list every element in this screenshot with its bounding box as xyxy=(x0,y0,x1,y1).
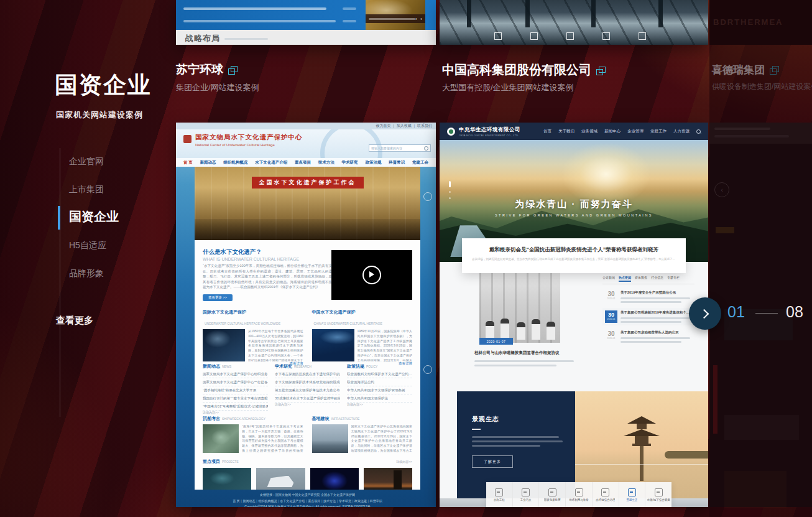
person-figure xyxy=(547,322,555,340)
decor-text-line xyxy=(472,436,559,438)
carousel-dot-active[interactable] xyxy=(449,181,451,187)
list-item[interactable]: 国家文物局水下文化遗产保护中心组织业务培训工作 xyxy=(203,370,268,378)
china-title: 中国水下文化遗产保护 xyxy=(312,310,356,314)
tab-hot-news[interactable]: 热点要闻 xyxy=(619,276,631,282)
eco-nav-party[interactable]: 党群工作 xyxy=(650,129,667,134)
heritage-nav-projects[interactable]: 重点项目 xyxy=(295,160,311,165)
service-item[interactable]: 工业污水 xyxy=(513,482,540,507)
eco-nav-management[interactable]: 企业管理 xyxy=(627,129,644,134)
eco-news-list: 302020-01 关于2019年度安全生产示范岗位公示 302020-01 关… xyxy=(602,286,694,345)
heritage-nav-policy[interactable]: 政策法规 xyxy=(365,160,381,165)
heritage-nav-party[interactable]: 党建工会 xyxy=(412,160,428,165)
scroll-indicator[interactable] xyxy=(423,192,432,201)
eco-news-photo[interactable] xyxy=(479,273,560,343)
policy-more-link[interactable]: 详细内容>> xyxy=(347,403,412,406)
eco-headline-card[interactable]: 戴和根亲切会见“全国抗击新冠肺炎疫情先进个人”荣誉称号获得者刘晓芳 会议现场，刘… xyxy=(462,238,686,273)
service-item[interactable]: 水环境综合治理 xyxy=(593,482,619,507)
service-item-active[interactable]: 景观生态 xyxy=(619,482,646,507)
news-item-highlighted[interactable]: 302020-01 关于集团公司拟表彰2019年度先进集体和个… xyxy=(602,308,694,325)
scroll-indicator[interactable] xyxy=(423,365,432,374)
learn-more-button[interactable]: 了解更多 xyxy=(472,455,513,468)
list-item[interactable]: “携手相约海丝”特展在北京大学开展 xyxy=(203,386,268,394)
eco-nav-business[interactable]: 业务领域 xyxy=(581,129,597,134)
thumb-eco-site[interactable]: 中兆华生态环境有限公司 OKIA ECOLOGICAL ENVIRONMENT … xyxy=(440,123,708,507)
carousel-dot[interactable] xyxy=(449,191,451,193)
heritage-topbar-links[interactable]: 设为首页 ｜ 加入收藏 ｜ 联系我们 xyxy=(376,123,432,129)
suning-carousel-image[interactable]: ‹ › xyxy=(366,0,425,30)
intro-more-button[interactable]: 查看更多 >> xyxy=(203,294,233,301)
footer-nav-line: 首 页｜新闻动态｜组织机构概况｜水下文化遗产介绍｜重点项目｜技术方法｜学术研究｜… xyxy=(195,498,420,505)
carousel-next-icon[interactable]: › xyxy=(420,16,422,22)
sidebar-item-pinpai[interactable]: 品牌形象 xyxy=(69,268,104,279)
project-item[interactable]: “南海Ⅰ号”沉船考古发掘与保护 xyxy=(203,468,251,490)
view-more-link[interactable]: 查看更多 xyxy=(56,315,93,327)
list-item[interactable]: 第五批全国重点文物保护单位技术方案公布实施 xyxy=(275,386,340,394)
tab-media[interactable]: 媒体聚焦 xyxy=(635,276,647,282)
project-item[interactable]: 宁波象山“小白礁Ⅰ号”沉船遗址 xyxy=(310,468,359,490)
intro-video[interactable] xyxy=(331,250,412,300)
projects-more-link[interactable]: 详细内容>> xyxy=(396,460,412,463)
pagination-total: 08 xyxy=(786,303,803,321)
carousel-prev-icon[interactable]: ‹ xyxy=(415,16,417,22)
tab-company-news[interactable]: 公司新闻 xyxy=(602,276,615,282)
card-title-suning[interactable]: 苏宁环球 xyxy=(176,62,238,78)
tab-special[interactable]: 专题专栏 xyxy=(667,276,680,282)
eco-nav-home[interactable]: 首页 xyxy=(543,129,551,134)
carousel-dot[interactable] xyxy=(449,197,451,199)
eco-nav-news[interactable]: 新闻中心 xyxy=(604,129,621,134)
heritage-nav-home[interactable]: 首 页 xyxy=(183,160,193,165)
heritage-search-input[interactable]: 请输入您要搜索的内容 xyxy=(369,144,431,152)
heritage-nav-research[interactable]: 学术研究 xyxy=(342,160,358,165)
play-icon[interactable] xyxy=(362,266,381,284)
right-column-dim-overlay xyxy=(709,0,812,517)
thumb-heritage-site[interactable]: 设为首页 ｜ 加入收藏 ｜ 联系我们 国家文物局水下文化遗产保护中心 Natio… xyxy=(176,123,436,507)
service-item[interactable]: 水利工程 xyxy=(486,482,513,507)
sidebar-item-guoziqiye[interactable]: 国资企业 xyxy=(69,208,119,225)
sidebar-item-h5[interactable]: H5自适应 xyxy=(69,240,106,251)
service-item[interactable]: 固废危废处置 xyxy=(539,482,566,507)
news-item[interactable]: 302020-01 关于2019年度安全生产示范岗位公示 xyxy=(602,288,694,305)
solid-waste-icon xyxy=(548,488,556,496)
footer-copyright-line: Copyright©2014 国家文物局水下文化遗产保护中心 All right… xyxy=(195,504,420,507)
list-item[interactable]: 联合国海洋法公约 xyxy=(347,378,412,386)
news-item[interactable]: 302020-01 关于集团公司启动推荐带头人选的公示 xyxy=(602,328,694,345)
page-subtitle: 国家机关网站建设案例 xyxy=(56,109,143,121)
suning-carousel-caption: ‹ › xyxy=(366,14,425,23)
open-link-icon[interactable] xyxy=(231,66,238,72)
list-item[interactable]: 水下文物探测保护技术体系研究取得阶段成果 xyxy=(275,378,340,386)
service-item[interactable]: 市政/地下综合管廊 xyxy=(645,482,671,507)
project-item[interactable]: 2014年辽宁绥中海域水下考古重点调查 xyxy=(364,468,412,490)
list-item[interactable]: 我国自行设计的第一艘专业水下考古调查船下水试航 xyxy=(203,394,268,403)
project-item[interactable]: “中国考古01”号 xyxy=(256,468,305,490)
list-item[interactable]: 国家文物局水下文化遗产保护中心一行赴各省考察调研 xyxy=(203,378,268,386)
news-day: 30 xyxy=(605,291,617,297)
search-icon[interactable] xyxy=(696,129,701,134)
eco-services-bar: 水利工程 工业污水 固废危废处置 循环利用与装备 水环境综合治理 景观生态 市政… xyxy=(486,482,671,507)
list-item[interactable]: 水下考古探测防范系统在水下遗址保护中的应用 xyxy=(275,370,340,378)
heritage-nav-intro[interactable]: 水下文化遗产介绍 xyxy=(255,160,287,165)
list-item[interactable]: 中华人民共和国文物保护法 xyxy=(347,394,412,403)
eco-news-caption[interactable]: 桂林公司与山东华通橡胶集团签署合作框架协议 xyxy=(474,350,574,356)
heritage-nav-science[interactable]: 科普常识 xyxy=(389,160,405,165)
search-icon[interactable] xyxy=(424,146,428,151)
list-item[interactable]: 联合国教科文组织保护水下文化遗产公约…… xyxy=(347,370,412,378)
heritage-nav-org[interactable]: 组织机构概况 xyxy=(223,160,247,165)
card-title-gaoke[interactable]: 中国高科集团股份有限公司 xyxy=(442,62,606,78)
eco-nav-about[interactable]: 关于我们 xyxy=(558,129,574,134)
open-link-icon[interactable] xyxy=(599,67,606,73)
list-item[interactable]: “中国考古01”号考察船“起航仪式·记者体验周”活动 xyxy=(203,403,268,411)
heritage-nav-tech[interactable]: 技术方法 xyxy=(318,160,334,165)
research-more-link[interactable]: 详细内容>> xyxy=(275,403,340,406)
eco-nav-hr[interactable]: 人力资源 xyxy=(673,129,690,134)
sidebar-item-shangshijituan[interactable]: 上市集团 xyxy=(69,184,104,195)
sidebar-divider xyxy=(60,148,60,417)
tab-industry[interactable]: 行业信息 xyxy=(651,276,663,282)
thumb-gaoke-bridge[interactable] xyxy=(440,0,708,45)
heritage-nav-news[interactable]: 新闻动态 xyxy=(200,160,216,165)
next-page-button[interactable] xyxy=(689,297,721,330)
list-item[interactable]: 中华人民共和国水下文物保护管理条例 xyxy=(347,386,412,394)
list-item[interactable]: 3D成像技术在水下文化遗产保护监控中的应用 xyxy=(275,394,340,403)
sidebar-item-qiyeguanwang[interactable]: 企业官网 xyxy=(69,156,104,167)
thumb-suning[interactable]: ‹ › 战略布局 xyxy=(176,0,436,45)
service-item[interactable]: 循环利用与装备 xyxy=(566,482,593,507)
